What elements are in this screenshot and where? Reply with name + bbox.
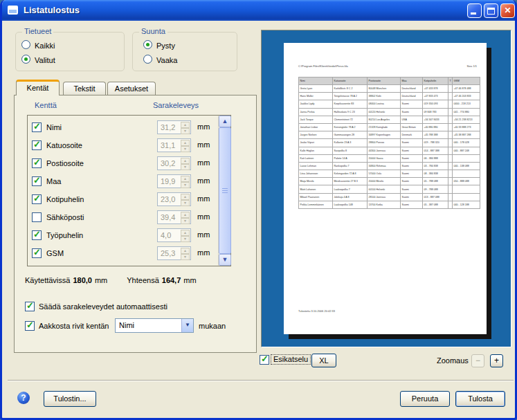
preview-table-row: Lasse Lehman Rankopolku 7 34800 Riihimaa… [299,162,480,170]
spinner-buttons[interactable]: ▴▾ [181,176,190,187]
spinner-up-icon[interactable]: ▴ [181,176,190,182]
spinner-down-icon[interactable]: ▾ [181,146,190,152]
preview-col-header: Kotipuhelin [423,77,448,85]
preview-cell: Suomi [401,170,423,178]
radio-landscape[interactable] [143,55,152,64]
column-width-spinner[interactable]: 39,4 ▴▾ [157,210,191,224]
spinner-buttons[interactable]: ▴▾ [181,230,190,241]
autofit-checkbox[interactable]: ✓ [25,302,35,311]
spinner-up-icon[interactable]: ▴ [181,140,190,146]
print-button[interactable]: Tulosta [455,391,505,407]
preview-cell: 013 - 887 088 [423,193,448,201]
print-button-label: Tulosta [468,394,493,403]
spinner-down-icon[interactable]: ▾ [181,218,190,224]
spinner-buttons[interactable]: ▴▾ [181,194,190,205]
preview-table-row: Maija Mesilä Mesikuusentie 27 B 3 20000 … [299,178,480,185]
preview-cell: +47 46 878 488 [453,85,480,93]
zoom-in-button[interactable]: + [490,354,503,367]
field-row: ✓ GSM 25,3 ▴▾ mm [28,246,217,264]
help-icon[interactable]: ? [17,392,30,404]
spinner-buttons[interactable]: ▴▾ [181,248,190,259]
maximize-button[interactable] [484,3,498,18]
zoom-out-button[interactable]: − [471,354,484,367]
printer-button[interactable]: Tulostin... [44,391,96,407]
minimize-button[interactable] [467,3,482,18]
preview-cell: 09 848 783 [423,108,448,116]
spinner-buttons[interactable]: ▴▾ [181,140,190,151]
field-checkbox[interactable]: ✓ [32,212,42,222]
preview-cell: +47 46 203 833 [453,93,480,100]
xl-button[interactable]: XL [311,354,336,367]
scrollbar-thumb[interactable] [219,127,231,254]
radio-landscape-label[interactable]: Vaaka [156,56,177,64]
radio-portrait-label[interactable]: Pysty [156,42,175,50]
spinner-buttons[interactable]: ▴▾ [181,158,190,169]
column-width-spinner[interactable]: 30,2 ▴▾ [157,156,191,170]
field-checkbox[interactable]: ✓ [32,176,42,186]
printer-button-label: Tulostin... [53,394,86,403]
scroll-down-icon[interactable]: ▼ [219,254,231,266]
tab-fields[interactable]: Kentät [16,80,60,95]
tab-settings[interactable]: Asetukset [107,82,156,95]
titlebar[interactable]: Listatulostus [0,0,517,21]
preview-cell: 09 - 788 088 [423,185,448,193]
close-button[interactable]: ✕ [500,3,515,18]
field-checkbox[interactable]: ✓ [32,158,42,168]
radio-selected-records[interactable] [21,55,30,64]
tab-texts[interactable]: Tekstit [63,82,106,95]
spinner-down-icon[interactable]: ▾ [181,182,190,188]
preview-cell: Suomi [401,108,423,116]
field-checkbox[interactable]: ✓ [32,230,42,240]
spinner-down-icon[interactable]: ▾ [181,200,190,206]
field-checkbox[interactable]: ✓ [32,122,42,132]
column-width-spinner[interactable]: 31,1 ▴▾ [157,138,191,152]
spinner-up-icon[interactable]: ▴ [181,248,190,254]
column-width-spinner[interactable]: 23,0 ▴▾ [157,192,191,206]
spinner-down-icon[interactable]: ▾ [181,236,190,242]
preview-toggle-label[interactable]: Esikatselu [271,354,311,365]
spinner-up-icon[interactable]: ▴ [181,122,190,128]
preview-toggle-checkbox[interactable]: ✓ [260,355,269,365]
sort-checkbox[interactable]: ✓ [25,321,35,331]
radio-portrait[interactable] [143,40,152,49]
field-checkbox[interactable]: ✓ [32,194,42,204]
spinner-up-icon[interactable]: ▴ [181,212,190,218]
sort-label[interactable]: Aakkosta rivit kentän [39,322,109,330]
column-width-spinner[interactable]: 19,9 ▴▾ [157,174,191,188]
chevron-down-icon[interactable]: ▼ [181,319,193,332]
preview-cell: 040 - 128 188 [453,201,480,208]
preview-cell: 040 - 887 248 [453,147,480,154]
spinner-down-icon[interactable]: ▾ [181,128,190,134]
radio-selected-records-label[interactable]: Valitut [35,56,55,64]
radio-all-records[interactable] [21,40,30,49]
preview-cell: Lasse Lehman [299,162,333,170]
column-width-spinner[interactable]: 4,0 ▴▾ [157,228,191,242]
spinner-down-icon[interactable]: ▾ [181,254,190,260]
preview-cell [453,185,480,193]
column-width-spinner[interactable]: 31,2 ▴▾ [157,120,191,134]
sort-field-dropdown[interactable]: Nimi ▼ [115,318,194,333]
preview-cell: Hans Müller [299,93,333,100]
field-checkbox[interactable]: ✓ [32,248,42,258]
preview-cell: Mesikuusentie 27 B 3 [333,178,368,185]
column-width-spinner[interactable]: 25,3 ▴▾ [157,246,191,260]
scrollbar[interactable]: ▲ ▼ [218,116,230,266]
radio-all-records-label[interactable]: Kaikki [35,42,55,50]
preview-footer-timestamp: Tulostettu 3.10.2006 20:42:33 [298,309,335,313]
scrollbar-grip [222,188,228,194]
spinner-up-icon[interactable]: ▴ [181,158,190,164]
scroll-up-icon[interactable]: ▲ [219,116,231,127]
xl-button-label: XL [319,356,328,365]
preview-cell: Rankopolku 7 [333,162,368,170]
cancel-button[interactable]: Peruuta [400,391,450,407]
spinner-buttons[interactable]: ▴▾ [181,212,190,223]
autofit-label[interactable]: Säädä sarakeleveydet automaattisesti [39,302,167,311]
spinner-buttons[interactable]: ▴▾ [181,122,190,133]
column-width-value: 39,4 [161,213,175,221]
spinner-up-icon[interactable]: ▴ [181,194,190,200]
spinner-up-icon[interactable]: ▴ [181,230,190,236]
spinner-down-icon[interactable]: ▾ [181,164,190,170]
preview-page[interactable]: C:\Program Files\Klientti\tiedot\Perus.k… [284,43,487,334]
field-label: Kotipuhelin [46,195,84,203]
field-checkbox[interactable]: ✓ [32,140,42,150]
